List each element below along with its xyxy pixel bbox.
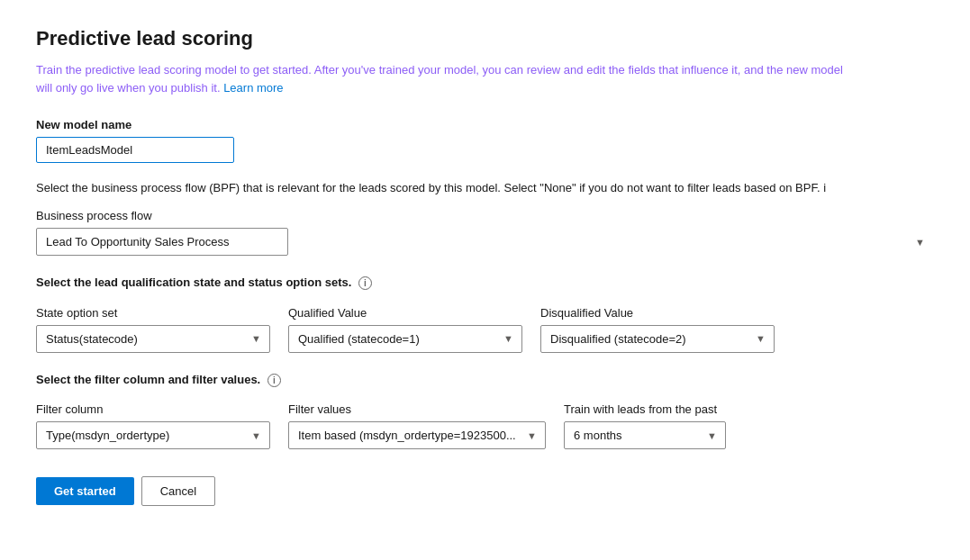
model-name-label: New model name <box>36 118 934 131</box>
filter-description: Select the filter column and filter valu… <box>36 371 901 389</box>
bpf-description-text: Select the business process flow (BPF) t… <box>36 181 901 194</box>
qualification-fields-row: State option set Status(statecode) ▼ Qua… <box>36 306 934 353</box>
bpf-select[interactable]: Lead To Opportunity Sales Process <box>36 228 288 256</box>
bpf-select-wrapper: Lead To Opportunity Sales Process ▼ <box>36 228 934 256</box>
filter-fields-row: Filter column Type(msdyn_ordertype) ▼ Fi… <box>36 402 934 449</box>
train-field-group: Train with leads from the past 6 months … <box>564 402 726 449</box>
state-label: State option set <box>36 306 270 320</box>
qualified-select-wrapper: Qualified (statecode=1) ▼ <box>288 325 522 353</box>
train-select-wrapper: 6 months 3 months 12 months ▼ <box>564 421 726 449</box>
qualification-section: Select the lead qualification state and … <box>36 274 934 353</box>
filter-info-icon: i <box>267 374 281 387</box>
disqualified-select[interactable]: Disqualified (statecode=2) <box>540 325 775 353</box>
button-row: Get started Cancel <box>36 476 934 506</box>
cancel-button[interactable]: Cancel <box>141 476 215 506</box>
train-label: Train with leads from the past <box>564 402 726 416</box>
filter-column-select[interactable]: Type(msdyn_ordertype) <box>36 421 270 449</box>
disqualified-field-group: Disqualified Value Disqualified (stateco… <box>540 306 775 353</box>
filter-values-select-wrapper: Item based (msdyn_ordertype=1923500... ▼ <box>288 421 546 449</box>
learn-more-link[interactable]: Learn more <box>223 81 283 95</box>
disqualified-label: Disqualified Value <box>540 306 775 320</box>
model-name-input[interactable] <box>36 137 234 163</box>
bpf-field-group: Business process flow Lead To Opportunit… <box>36 209 934 256</box>
disqualified-select-wrapper: Disqualified (statecode=2) ▼ <box>540 325 775 353</box>
page-description: Train the predictive lead scoring model … <box>36 61 847 96</box>
filter-column-label: Filter column <box>36 402 270 416</box>
qualification-description: Select the lead qualification state and … <box>36 274 901 292</box>
qualification-info-icon: i <box>358 276 372 290</box>
filter-values-label: Filter values <box>288 402 546 416</box>
train-select[interactable]: 6 months 3 months 12 months <box>564 421 726 449</box>
state-field-group: State option set Status(statecode) ▼ <box>36 306 270 353</box>
filter-values-select[interactable]: Item based (msdyn_ordertype=1923500... <box>288 421 546 449</box>
bpf-info-icon: i <box>823 181 826 194</box>
qualified-label: Qualified Value <box>288 306 522 320</box>
bpf-description-section: Select the business process flow (BPF) t… <box>36 181 934 256</box>
qualified-select[interactable]: Qualified (statecode=1) <box>288 325 522 353</box>
model-name-section: New model name <box>36 118 934 163</box>
filter-column-field-group: Filter column Type(msdyn_ordertype) ▼ <box>36 402 270 449</box>
description-text: Train the predictive lead scoring model … <box>36 63 843 95</box>
state-select-wrapper: Status(statecode) ▼ <box>36 325 270 353</box>
bpf-chevron-icon: ▼ <box>915 237 925 248</box>
page-title: Predictive lead scoring <box>36 27 934 50</box>
filter-section: Select the filter column and filter valu… <box>36 371 934 450</box>
state-select[interactable]: Status(statecode) <box>36 325 270 353</box>
get-started-button[interactable]: Get started <box>36 477 134 505</box>
filter-values-field-group: Filter values Item based (msdyn_ordertyp… <box>288 402 546 449</box>
qualified-field-group: Qualified Value Qualified (statecode=1) … <box>288 306 522 353</box>
bpf-label: Business process flow <box>36 209 934 222</box>
filter-column-select-wrapper: Type(msdyn_ordertype) ▼ <box>36 421 270 449</box>
